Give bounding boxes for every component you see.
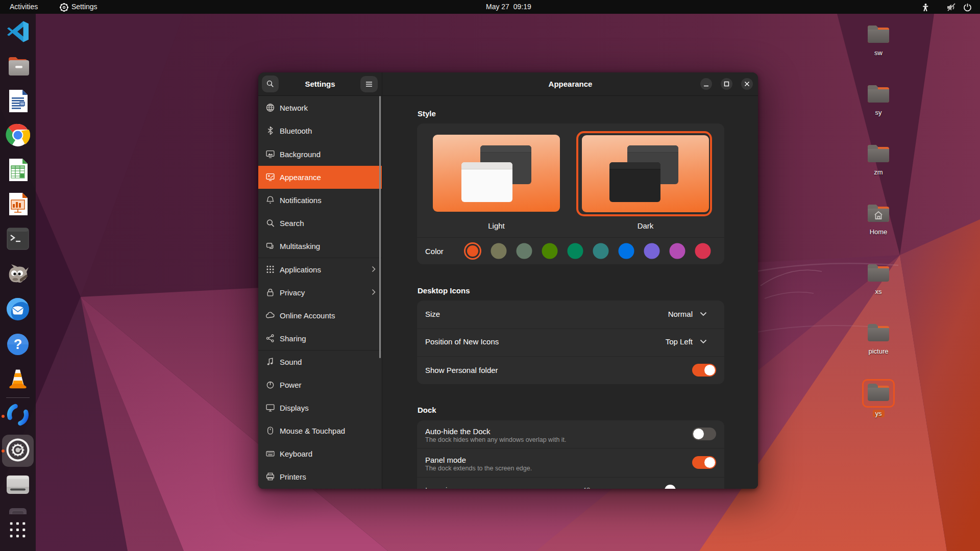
svg-text:?: ? — [14, 337, 22, 352]
